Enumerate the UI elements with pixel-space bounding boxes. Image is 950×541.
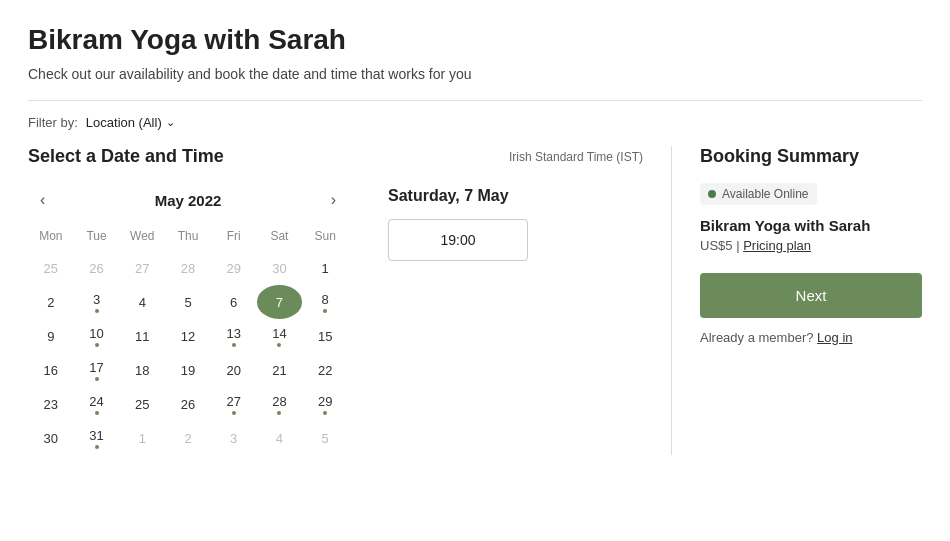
availability-dot	[277, 343, 281, 347]
calendar-cell[interactable]: 18	[119, 353, 165, 387]
calendar-day-number: 19	[181, 363, 195, 378]
available-badge-label: Available Online	[722, 187, 809, 201]
calendar-day-number: 21	[272, 363, 286, 378]
filter-dropdown-label: Location (All)	[86, 115, 162, 130]
next-month-button[interactable]: ›	[323, 187, 344, 213]
calendar-cell[interactable]: 13	[211, 319, 257, 353]
calendar-month-year: May 2022	[155, 192, 222, 209]
calendar-cell[interactable]: 16	[28, 353, 74, 387]
available-dot	[708, 190, 716, 198]
prev-month-button[interactable]: ‹	[32, 187, 53, 213]
availability-dot	[277, 411, 281, 415]
time-slot[interactable]: 19:00	[388, 219, 528, 261]
calendar-cell[interactable]: 31	[74, 421, 120, 455]
availability-dot	[95, 445, 99, 449]
calendar-cell[interactable]: 20	[211, 353, 257, 387]
booking-class-name: Bikram Yoga with Sarah	[700, 217, 922, 234]
availability-dot	[95, 377, 99, 381]
calendar-cell[interactable]: 24	[74, 387, 120, 421]
calendar-cell[interactable]: 26	[165, 387, 211, 421]
calendar-cell[interactable]: 11	[119, 319, 165, 353]
calendar-cell[interactable]: 29	[302, 387, 348, 421]
calendar-day-header: Fri	[211, 225, 257, 251]
calendar-day-number: 18	[135, 363, 149, 378]
available-badge: Available Online	[700, 183, 817, 205]
calendar-day-number: 5	[322, 431, 329, 446]
calendar-cell: 2	[165, 421, 211, 455]
calendar-day-header: Mon	[28, 225, 74, 251]
calendar-day-number: 30	[44, 431, 58, 446]
calendar-day-header: Sun	[302, 225, 348, 251]
calendar-day-number: 20	[226, 363, 240, 378]
calendar-day-number: 27	[226, 394, 240, 409]
booking-price: US$5 | Pricing plan	[700, 238, 922, 253]
divider	[28, 100, 922, 101]
calendar-day-number: 1	[322, 261, 329, 276]
calendar-cell[interactable]: 30	[28, 421, 74, 455]
calendar-cell[interactable]: 28	[257, 387, 303, 421]
time-panel: Saturday, 7 May 19:00	[372, 187, 643, 455]
page-subtitle: Check out our availability and book the …	[28, 66, 922, 82]
calendar-cell[interactable]: 15	[302, 319, 348, 353]
availability-dot	[232, 411, 236, 415]
calendar-cell[interactable]: 22	[302, 353, 348, 387]
calendar-cell: 25	[28, 251, 74, 285]
main-layout: Select a Date and Time Irish Standard Ti…	[28, 146, 922, 455]
availability-dot	[95, 309, 99, 313]
calendar-cell: 3	[211, 421, 257, 455]
availability-dot	[323, 309, 327, 313]
calendar-cell[interactable]: 14	[257, 319, 303, 353]
availability-dot	[95, 343, 99, 347]
availability-dot	[95, 411, 99, 415]
calendar-cell[interactable]: 1	[302, 251, 348, 285]
calendar-day-number: 1	[139, 431, 146, 446]
availability-dot	[232, 343, 236, 347]
calendar-cell[interactable]: 19	[165, 353, 211, 387]
calendar-cell[interactable]: 8	[302, 285, 348, 319]
calendar-cell[interactable]: 6	[211, 285, 257, 319]
price-text: US$5 |	[700, 238, 743, 253]
calendar: ‹ May 2022 › MonTueWedThuFriSatSun252627…	[28, 187, 348, 455]
already-member-label: Already a member?	[700, 330, 813, 345]
calendar-day-number: 13	[226, 326, 240, 341]
calendar-cell[interactable]: 10	[74, 319, 120, 353]
calendar-day-number: 5	[184, 295, 191, 310]
calendar-cell[interactable]: 17	[74, 353, 120, 387]
location-filter-dropdown[interactable]: Location (All) ⌄	[86, 115, 175, 130]
calendar-cell[interactable]: 3	[74, 285, 120, 319]
calendar-cell[interactable]: 21	[257, 353, 303, 387]
calendar-cell[interactable]: 23	[28, 387, 74, 421]
calendar-day-number: 6	[230, 295, 237, 310]
calendar-cell[interactable]: 4	[119, 285, 165, 319]
calendar-cell[interactable]: 7	[257, 285, 303, 319]
calendar-day-number: 22	[318, 363, 332, 378]
calendar-day-number: 10	[89, 326, 103, 341]
next-button[interactable]: Next	[700, 273, 922, 318]
calendar-cell[interactable]: 9	[28, 319, 74, 353]
calendar-day-header: Tue	[74, 225, 120, 251]
filter-row: Filter by: Location (All) ⌄	[28, 115, 922, 130]
chevron-down-icon: ⌄	[166, 116, 175, 129]
calendar-day-header: Thu	[165, 225, 211, 251]
calendar-cell[interactable]: 27	[211, 387, 257, 421]
booking-summary-title: Booking Summary	[700, 146, 922, 167]
calendar-cell[interactable]: 12	[165, 319, 211, 353]
login-link[interactable]: Log in	[817, 330, 852, 345]
pricing-plan-link[interactable]: Pricing plan	[743, 238, 811, 253]
calendar-day-number: 26	[89, 261, 103, 276]
calendar-day-number: 24	[89, 394, 103, 409]
calendar-cell[interactable]: 25	[119, 387, 165, 421]
calendar-cell: 5	[302, 421, 348, 455]
calendar-day-number: 11	[135, 329, 149, 344]
calendar-cell[interactable]: 2	[28, 285, 74, 319]
calendar-grid: MonTueWedThuFriSatSun2526272829301234567…	[28, 225, 348, 455]
calendar-cell[interactable]: 5	[165, 285, 211, 319]
calendar-day-number: 9	[47, 329, 54, 344]
calendar-day-number: 7	[276, 295, 283, 310]
calendar-cell: 1	[119, 421, 165, 455]
calendar-day-number: 29	[318, 394, 332, 409]
left-panel: Select a Date and Time Irish Standard Ti…	[28, 146, 672, 455]
calendar-day-number: 12	[181, 329, 195, 344]
calendar-day-number: 4	[139, 295, 146, 310]
calendar-cell: 4	[257, 421, 303, 455]
